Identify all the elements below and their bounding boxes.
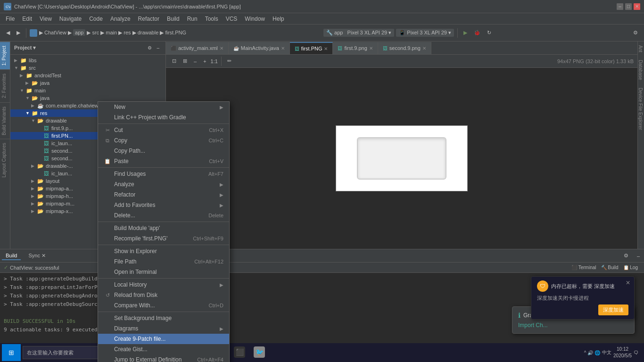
- menu-run[interactable]: Run: [183, 15, 201, 23]
- ctx-find-usages-label: Find Usages: [114, 171, 203, 177]
- layout-captures-tab[interactable]: Layout Captures: [0, 139, 10, 181]
- minimize-btn[interactable]: –: [617, 3, 623, 10]
- forward-btn[interactable]: ▶: [14, 28, 23, 37]
- project-collapse-btn[interactable]: –: [154, 44, 162, 52]
- tab-build[interactable]: Build: [2, 252, 21, 260]
- taskbar-app7[interactable]: ⬛: [230, 344, 249, 361]
- ctx-copy[interactable]: ⧉ Copy Ctrl+C: [98, 135, 229, 146]
- ctx-copy-path[interactable]: Copy Path...: [98, 146, 229, 156]
- project-header: Project ▾ ⚙ –: [10, 41, 165, 55]
- run-config-btn[interactable]: 🔧 app Pixel 3 XL API 29 ▾: [323, 29, 394, 37]
- ctx-new[interactable]: New ▶: [98, 102, 229, 112]
- ctx-link-cpp[interactable]: Link C++ Project with Gradle: [98, 112, 229, 123]
- ctx-recompile[interactable]: Recompile 'first.PNG' Ctrl+Shift+F9: [98, 233, 229, 244]
- tab-activity-main[interactable]: ⬛ activity_main.xml ✕: [166, 42, 229, 54]
- tab-mainactivity[interactable]: ☕ MainActivity.java ✕: [229, 42, 290, 54]
- right-tab-ant[interactable]: Ant: [638, 41, 644, 56]
- tree-item-src[interactable]: ▼📁src: [10, 64, 165, 72]
- start-button[interactable]: ⊞: [2, 344, 21, 361]
- project-title: Project ▾: [14, 45, 36, 51]
- tree-item-java-atest[interactable]: ▶📂java: [10, 79, 165, 87]
- tree-item-libs[interactable]: ▶📁libs: [10, 57, 165, 64]
- ctx-local-history[interactable]: Local History ▶: [98, 280, 229, 290]
- favorites-tab[interactable]: 2: Favorites: [0, 69, 10, 102]
- settings-btn[interactable]: ⚙: [631, 28, 640, 37]
- zoom-in-btn[interactable]: +: [201, 57, 208, 66]
- ctx-delete[interactable]: Delete... Delete: [98, 210, 229, 221]
- build-variants-tab[interactable]: Build Variants: [0, 102, 10, 139]
- menu-tools[interactable]: Tools: [201, 15, 222, 23]
- taskbar-search[interactable]: 在这里输入你要搜索: [23, 346, 107, 359]
- tree-item-main[interactable]: ▼📁main: [10, 87, 165, 94]
- menu-window[interactable]: Window: [241, 15, 269, 23]
- ctx-file-path[interactable]: File Path Ctrl+Alt+F12: [98, 256, 229, 267]
- tree-item-java-main[interactable]: ▼📂java: [10, 94, 165, 102]
- ctx-compare-with[interactable]: Compare With... Ctrl+D: [98, 300, 229, 311]
- menu-navigate[interactable]: Navigate: [56, 15, 85, 23]
- ctx-set-background[interactable]: Set Background Image: [98, 313, 229, 323]
- zoom-out-btn[interactable]: –: [191, 57, 199, 66]
- build-btn-tab[interactable]: 🔨 Build: [599, 263, 621, 272]
- ctx-create-9patch[interactable]: Create 9-Patch file...: [98, 334, 229, 344]
- tab-second-9png-close[interactable]: ✕: [422, 46, 426, 51]
- ctx-reload-disk[interactable]: ↺ Reload from Disk: [98, 290, 229, 300]
- tab-sync[interactable]: Sync ✕: [25, 252, 50, 260]
- editor-tabs: ⬛ activity_main.xml ✕ ☕ MainActivity.jav…: [166, 41, 637, 55]
- menu-analyze[interactable]: Analyze: [107, 15, 134, 23]
- tab-first-9png-close[interactable]: ✕: [369, 46, 373, 51]
- tab-first-png-close[interactable]: ✕: [324, 46, 328, 51]
- tab-mainactivity-close[interactable]: ✕: [281, 46, 285, 51]
- menu-edit[interactable]: Edit: [18, 15, 36, 23]
- log-btn[interactable]: 📋 Log: [621, 263, 640, 272]
- ctx-paste[interactable]: 📋 Paste Ctrl+V: [98, 156, 229, 166]
- ctx-open-terminal[interactable]: Open in Terminal: [98, 267, 229, 277]
- run-btn[interactable]: ▶: [461, 28, 470, 37]
- menu-view[interactable]: View: [36, 15, 56, 23]
- clock-time: 10:12: [613, 346, 632, 353]
- ctx-build-module-label: Build Module 'app': [114, 225, 223, 231]
- ctx-add-favorites[interactable]: Add to Favorites ▶: [98, 200, 229, 210]
- debug-btn[interactable]: 🐞: [471, 28, 483, 37]
- terminal-btn[interactable]: ⬛ Terminal: [569, 263, 598, 272]
- right-tab-database[interactable]: Database: [638, 56, 644, 84]
- speed-button[interactable]: 深度加速: [598, 304, 628, 315]
- ctx-reload-label: Reload from Disk: [114, 292, 223, 298]
- tree-item-androidtest[interactable]: ▶📁androidTest: [10, 72, 165, 79]
- ctx-show-explorer[interactable]: Show in Explorer: [98, 246, 229, 256]
- ctx-refactor[interactable]: Refactor ▶: [98, 189, 229, 200]
- grid-btn[interactable]: ⊞: [181, 57, 190, 66]
- pencil-btn[interactable]: ✏: [225, 57, 234, 66]
- ctx-jump-external[interactable]: Jump to External Definition Ctrl+Alt+F4: [98, 354, 229, 362]
- close-btn[interactable]: ✕: [634, 3, 640, 10]
- fit-page-btn[interactable]: ⊡: [170, 57, 179, 66]
- bottom-settings-btn[interactable]: ⚙: [621, 251, 631, 260]
- sync-btn[interactable]: ↻: [485, 28, 494, 37]
- menu-refactor[interactable]: Refactor: [134, 15, 163, 23]
- device-btn[interactable]: 📱 Pixel 3 XL API 29 ▾: [396, 29, 454, 37]
- back-btn[interactable]: ◀: [4, 28, 12, 37]
- project-tab[interactable]: 1: Project: [0, 41, 10, 69]
- ctx-diagrams[interactable]: Diagrams ▶: [98, 323, 229, 334]
- ctx-build-module[interactable]: Build Module 'app': [98, 223, 229, 233]
- menu-build[interactable]: Build: [163, 15, 183, 23]
- bottom-close-btn[interactable]: –: [635, 252, 642, 260]
- menu-help[interactable]: Help: [269, 15, 288, 23]
- ctx-create-gist[interactable]: Create Gist...: [98, 344, 229, 354]
- notif-link[interactable]: Import Ch...: [518, 322, 548, 329]
- ctx-analyze[interactable]: Analyze ▶: [98, 179, 229, 189]
- speed-close[interactable]: ✕: [626, 280, 630, 286]
- ctx-find-usages[interactable]: Find Usages Alt+F7: [98, 169, 229, 179]
- maximize-btn[interactable]: □: [625, 3, 632, 10]
- ctx-cut[interactable]: ✂ Cut Ctrl+X: [98, 125, 229, 135]
- tab-second-9png[interactable]: 🖼 second.9.png ✕: [378, 42, 431, 54]
- ctx-sep1: [98, 123, 229, 124]
- tab-activity-main-close[interactable]: ✕: [220, 46, 223, 51]
- menu-code[interactable]: Code: [85, 15, 107, 23]
- taskbar-app8[interactable]: 🐦: [250, 344, 269, 361]
- right-tab-device-file[interactable]: Device File Explorer: [638, 84, 644, 133]
- tab-first-9png[interactable]: 🖼 first.9.png ✕: [333, 42, 378, 54]
- menu-file[interactable]: File: [2, 15, 18, 23]
- tab-first-png[interactable]: 🖼 first.PNG ✕: [290, 42, 333, 54]
- project-settings-btn[interactable]: ⚙: [145, 44, 154, 52]
- menu-vcs[interactable]: VCS: [222, 15, 241, 23]
